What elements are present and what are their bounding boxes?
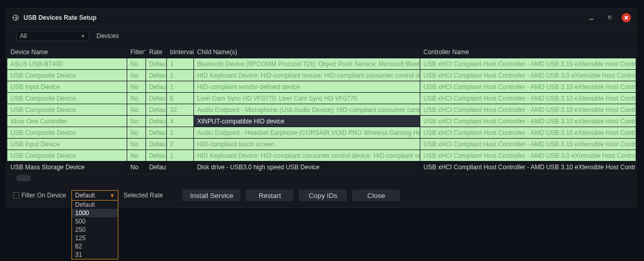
copy-ids-button[interactable]: Copy IDs (299, 190, 347, 201)
horizontal-scrollbar[interactable] (7, 173, 636, 184)
table-row[interactable]: USB Composite DeviceNoDefault1HID Keyboa… (7, 150, 636, 161)
scroll-thumb[interactable] (16, 175, 31, 181)
rate-option[interactable]: 31 (72, 251, 118, 259)
child-cell[interactable]: Live! Cam Sync HD VF0770; Live! Cam Sync… (194, 93, 420, 104)
rate-cell[interactable]: Default (146, 139, 167, 150)
device-cell[interactable]: Xbox One Controller (7, 116, 127, 127)
device-cell[interactable]: USB Composite Device (7, 150, 127, 161)
binterval-cell[interactable]: 1 (167, 58, 194, 70)
device-cell[interactable]: USB Input Device (7, 139, 127, 150)
controller-cell[interactable]: USB xHCI Compliant Host Controller - AMD… (420, 127, 636, 139)
table-row[interactable]: USB Composite DeviceNoDefault32Audio End… (7, 104, 636, 116)
child-cell[interactable]: XINPUT-compatible HID device (194, 116, 420, 127)
table-row[interactable]: Xbox One ControllerNoDefault4XINPUT-comp… (7, 116, 636, 127)
chevron-down-icon: ▼ (80, 33, 86, 39)
restart-button[interactable]: Restart (246, 190, 294, 201)
rate-cell[interactable]: Default (146, 58, 167, 70)
binterval-cell[interactable]: 6 (167, 93, 194, 104)
filter-cell[interactable]: No (127, 81, 146, 93)
controller-cell[interactable]: USB xHCI Compliant Host Controller - AMD… (420, 116, 636, 127)
controller-cell[interactable]: USB xHCI Compliant Host Controller - AMD… (420, 58, 636, 70)
install-service-button[interactable]: Install Service (183, 190, 240, 201)
binterval-cell[interactable]: 1 (167, 127, 194, 139)
rate-cell[interactable]: Default (146, 70, 167, 81)
binterval-cell[interactable]: 4 (167, 116, 194, 127)
rate-cell[interactable]: Default (146, 150, 167, 161)
binterval-cell[interactable]: 1 (167, 81, 194, 93)
child-cell[interactable]: HID Keyboard Device; HID-compliant mouse… (194, 70, 420, 81)
filter-cell[interactable]: No (127, 70, 146, 81)
child-cell[interactable]: Audio Endpoint - Microphone (Usb Audio D… (194, 104, 420, 116)
maximize-button[interactable] (603, 13, 617, 23)
rate-combo[interactable]: Default ▼ (71, 190, 118, 201)
filter-cell[interactable]: No (127, 139, 146, 150)
child-cell[interactable]: HID-compliant vendor-defined device (194, 81, 420, 93)
col-device[interactable]: Device Name (7, 46, 127, 58)
rate-cell[interactable]: Default (146, 116, 167, 127)
col-binterval[interactable]: bInterval (167, 46, 194, 58)
binterval-cell[interactable]: 2 (167, 139, 194, 150)
rate-option[interactable]: 1000 (72, 209, 118, 217)
filter-cell[interactable]: No (127, 93, 146, 104)
table-row[interactable]: ASUS USB-BT400NoDefault1Bluetooth Device… (7, 58, 636, 70)
table-row[interactable]: USB Input DeviceNoDefault1HID-compliant … (7, 81, 636, 93)
filter-cell[interactable]: No (127, 58, 146, 70)
col-controller[interactable]: Controller Name (420, 46, 636, 58)
filter-cell[interactable]: No (127, 161, 146, 173)
rate-option[interactable]: 125 (72, 234, 118, 242)
rate-cell[interactable]: Default (146, 127, 167, 139)
controller-cell[interactable]: USB xHCI Compliant Host Controller - AMD… (420, 93, 636, 104)
minimize-button[interactable] (584, 13, 599, 23)
scope-combo[interactable]: All ▼ (16, 31, 89, 41)
col-rate[interactable]: Rate (146, 46, 167, 58)
filter-cell[interactable]: No (127, 104, 146, 116)
child-cell[interactable]: Bluetooth Device (RFCOMM Protocol TDI); … (194, 58, 420, 70)
binterval-cell[interactable]: 1 (167, 150, 194, 161)
rate-cell[interactable]: Default (146, 104, 167, 116)
controller-cell[interactable]: USB xHCI Compliant Host Controller - AMD… (420, 139, 636, 150)
controller-cell[interactable]: USB xHCI Compliant Host Controller - AMD… (420, 81, 636, 93)
filter-cell[interactable]: No (127, 116, 146, 127)
device-cell[interactable]: USB Composite Device (7, 104, 127, 116)
filter-on-device-checkbox[interactable]: Filter On Device (13, 192, 66, 199)
child-cell[interactable]: HID Keyboard Device; HID-compliant consu… (194, 150, 420, 161)
table-row[interactable]: USB Composite DeviceNoDefault1Audio Endp… (7, 127, 636, 139)
controller-cell[interactable]: USB xHCI Compliant Host Controller - AMD… (420, 150, 636, 161)
rate-cell[interactable]: Default (146, 81, 167, 93)
binterval-cell[interactable]: 32 (167, 104, 194, 116)
binterval-cell[interactable] (167, 161, 194, 173)
device-cell[interactable]: ASUS USB-BT400 (7, 58, 127, 70)
device-cell[interactable]: USB Mass Storage Device (7, 161, 127, 173)
child-cell[interactable]: HID-compliant touch screen (194, 139, 420, 150)
filter-cell[interactable]: No (127, 127, 146, 139)
rate-option[interactable]: 62 (72, 242, 118, 251)
rate-cell[interactable]: Default (146, 161, 167, 173)
child-cell[interactable]: Audio Endpoint - Headset Earphone (CORSA… (194, 127, 420, 139)
table-row[interactable]: USB Composite DeviceNoDefault6Live! Cam … (7, 93, 636, 104)
close-button[interactable]: Close (352, 190, 400, 201)
rate-option[interactable]: 250 (72, 226, 118, 234)
rate-dropdown-list: Default10005002501256231 (71, 201, 118, 259)
child-cell[interactable]: Disk drive - USB3.0 high speed USB Devic… (194, 161, 420, 173)
device-cell[interactable]: USB Composite Device (7, 93, 127, 104)
rate-cell[interactable]: Default (146, 93, 167, 104)
close-window-button[interactable] (622, 13, 631, 22)
col-child[interactable]: Child Name(s) (194, 46, 420, 58)
table-row[interactable]: USB Input DeviceNoDefault2HID-compliant … (7, 139, 636, 150)
device-cell[interactable]: USB Input Device (7, 81, 127, 93)
rate-option[interactable]: 500 (72, 217, 118, 226)
controller-cell[interactable]: USB xHCI Compliant Host Controller - AMD… (420, 104, 636, 116)
rate-combo-value: Default (75, 192, 95, 199)
controller-cell[interactable]: USB xHCI Compliant Host Controller - AMD… (420, 70, 636, 81)
device-cell[interactable]: USB Composite Device (7, 127, 127, 139)
rate-option[interactable]: Default (72, 201, 118, 209)
window-title: USB Devices Rate Setup (23, 14, 96, 21)
table-row[interactable]: USB Composite DeviceNoDefault1HID Keyboa… (7, 70, 636, 81)
filter-cell[interactable]: No (127, 150, 146, 161)
controller-cell[interactable]: USB xHCI Compliant Host Controller - AMD… (420, 161, 636, 173)
binterval-cell[interactable]: 1 (167, 70, 194, 81)
table-row[interactable]: USB Mass Storage DeviceNoDefaultDisk dri… (7, 161, 636, 173)
col-filter[interactable]: Filter? (127, 46, 146, 58)
device-cell[interactable]: USB Composite Device (7, 70, 127, 81)
titlebar: USB Devices Rate Setup (7, 9, 636, 27)
